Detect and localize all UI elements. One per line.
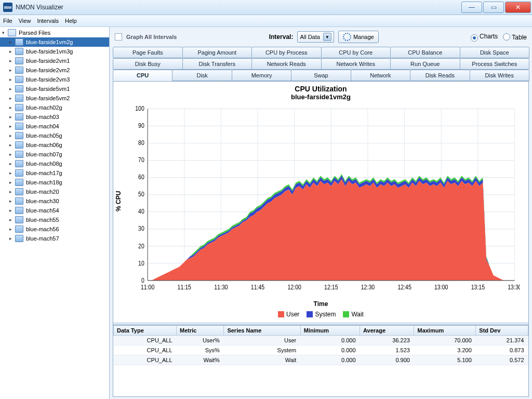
expand-toggle-icon[interactable]: ▸ (7, 236, 14, 241)
expand-toggle-icon[interactable]: ▸ (7, 217, 14, 222)
expand-toggle-icon[interactable]: ▸ (7, 49, 14, 54)
expand-toggle-icon[interactable]: ▸ (7, 208, 14, 213)
table-header[interactable]: Series Name (224, 326, 300, 336)
tab-swap[interactable]: Swap (291, 70, 351, 81)
expand-toggle-icon[interactable]: ▸ (7, 152, 14, 157)
tree-item[interactable]: ▸blue-farside5vm1 (0, 84, 109, 94)
tab-network-reads[interactable]: Network Reads (251, 58, 322, 70)
tab-disk-space[interactable]: Disk Space (460, 47, 530, 58)
minimize-button[interactable]: — (461, 2, 482, 13)
tab-disk-writes[interactable]: Disk Writes (470, 70, 529, 81)
tree-item[interactable]: ▸blue-mach02g (0, 103, 109, 112)
tree-item[interactable]: ▸blue-mach06g (0, 140, 109, 150)
tree-item[interactable]: ▸blue-farside2vm1 (0, 56, 109, 65)
expand-toggle-icon[interactable]: ▸ (7, 124, 14, 129)
tab-network-writes[interactable]: Network Writes (321, 58, 391, 70)
tree-item-label: blue-farside2vm3 (25, 76, 70, 83)
tab-paging-amount[interactable]: Paging Amount (182, 47, 252, 58)
tree-item[interactable]: ▸blue-farside2vm2 (0, 65, 109, 75)
tab-network[interactable]: Network (351, 70, 410, 81)
table-header[interactable]: Data Type (114, 326, 177, 336)
gear-icon (343, 33, 351, 41)
tab-cpu-balance[interactable]: CPU Balance (390, 47, 460, 58)
interval-select[interactable]: All Data ▼ (297, 31, 334, 43)
table-header[interactable]: Average (360, 326, 414, 336)
menu-view[interactable]: View (19, 18, 31, 24)
table-cell: CPU_ALL (114, 345, 177, 355)
tab-disk-reads[interactable]: Disk Reads (410, 70, 470, 81)
table-header[interactable]: Std Dev (476, 326, 528, 336)
tree-item[interactable]: ▸blue-mach55 (0, 215, 109, 224)
tab-disk-busy[interactable]: Disk Busy (113, 58, 183, 70)
manage-button[interactable]: Manage (338, 31, 379, 43)
tree-item[interactable]: ▸blue-mach18g (0, 178, 109, 187)
expand-toggle-icon[interactable]: ▸ (7, 96, 14, 101)
plot-area[interactable]: 010203040506070809010011:0011:1511:3011:… (126, 105, 520, 297)
tree-item[interactable]: ▸blue-mach03 (0, 112, 109, 122)
toolbar: Graph All Intervals Interval: All Data ▼… (110, 27, 532, 45)
host-icon (15, 197, 23, 205)
tree-item[interactable]: ▸blue-mach07g (0, 150, 109, 159)
expand-toggle-icon[interactable]: ▸ (7, 189, 14, 194)
tree-item[interactable]: ▸blue-mach05g (0, 131, 109, 140)
tree-root-row[interactable]: ▾ Parsed Files (0, 28, 109, 37)
svg-text:13:00: 13:00 (434, 284, 448, 290)
tree-item[interactable]: ▸blue-farside1vm3g (0, 47, 109, 56)
host-icon (15, 104, 23, 111)
table-cell: 0.000 (300, 336, 360, 345)
tab-cpu-by-core[interactable]: CPU by Core (321, 47, 391, 58)
table-row[interactable]: CPU_ALLWait%Wait0.0000.9005.1000.572 (114, 355, 528, 365)
expand-toggle-icon[interactable]: ▸ (7, 39, 14, 45)
tree-item[interactable]: ▸blue-farside1vm2g (0, 37, 109, 47)
tree-item[interactable]: ▸blue-mach20 (0, 187, 109, 196)
table-header[interactable]: Minimum (300, 326, 360, 336)
tree-item[interactable]: ▸blue-mach04 (0, 122, 109, 131)
tab-cpu[interactable]: CPU (113, 70, 172, 81)
menu-file[interactable]: File (3, 18, 12, 24)
expand-toggle-icon[interactable]: ▸ (7, 180, 14, 185)
tab-memory[interactable]: Memory (232, 70, 291, 81)
expand-toggle-icon[interactable]: ▸ (7, 86, 14, 91)
host-icon (15, 235, 23, 242)
expand-toggle-icon[interactable]: ▸ (7, 227, 14, 232)
tree-item[interactable]: ▸blue-mach17g (0, 168, 109, 178)
table-row[interactable]: CPU_ALLUser%User0.00036.22370.00021.374 (114, 336, 528, 345)
tab-disk-transfers[interactable]: Disk Transfers (182, 58, 252, 70)
tree-item[interactable]: ▸blue-mach08g (0, 159, 109, 168)
tree-item[interactable]: ▸blue-farside2vm3 (0, 75, 109, 84)
expand-toggle-icon[interactable]: ▸ (7, 198, 14, 204)
expand-toggle-icon[interactable]: ▸ (7, 77, 14, 82)
chevron-down-icon: ▼ (323, 33, 331, 41)
tab-run-queue[interactable]: Run Queue (390, 58, 460, 70)
tree-item[interactable]: ▸blue-mach30 (0, 196, 109, 206)
tab-process-switches[interactable]: Process Switches (460, 58, 530, 70)
tree-item[interactable]: ▸blue-mach54 (0, 206, 109, 215)
tab-page-faults[interactable]: Page Faults (113, 47, 183, 58)
menu-intervals[interactable]: Intervals (37, 18, 59, 24)
expand-toggle-icon[interactable]: ▸ (7, 105, 14, 110)
maximize-button[interactable]: ▭ (483, 2, 504, 13)
close-button[interactable]: ✕ (505, 2, 531, 13)
expand-toggle-icon[interactable]: ▾ (0, 30, 6, 35)
expand-toggle-icon[interactable]: ▸ (7, 58, 14, 63)
expand-toggle-icon[interactable]: ▸ (7, 133, 14, 138)
graph-all-checkbox[interactable] (115, 33, 122, 41)
tab-cpu-by-process[interactable]: CPU by Process (251, 47, 322, 58)
tree-item[interactable]: ▸blue-mach57 (0, 234, 109, 243)
svg-text:13:15: 13:15 (471, 284, 485, 290)
expand-toggle-icon[interactable]: ▸ (7, 68, 14, 73)
charts-radio[interactable]: Charts (471, 33, 498, 42)
table-header[interactable]: Metric (177, 326, 224, 336)
expand-toggle-icon[interactable]: ▸ (7, 114, 14, 119)
table-radio[interactable]: Table (503, 33, 527, 41)
tab-disk[interactable]: Disk (172, 70, 232, 81)
tree-item[interactable]: ▸blue-mach56 (0, 224, 109, 234)
expand-toggle-icon[interactable]: ▸ (7, 161, 14, 166)
expand-toggle-icon[interactable]: ▸ (7, 142, 14, 148)
table-header[interactable]: Maximum (414, 326, 476, 336)
tree-item[interactable]: ▸blue-farside5vm2 (0, 94, 109, 103)
menu-help[interactable]: Help (65, 18, 77, 24)
expand-toggle-icon[interactable]: ▸ (7, 170, 14, 176)
table-row[interactable]: CPU_ALLSys%System0.0001.5233.2000.873 (114, 345, 528, 355)
sidebar-tree[interactable]: ▾ Parsed Files ▸blue-farside1vm2g▸blue-f… (0, 27, 110, 399)
